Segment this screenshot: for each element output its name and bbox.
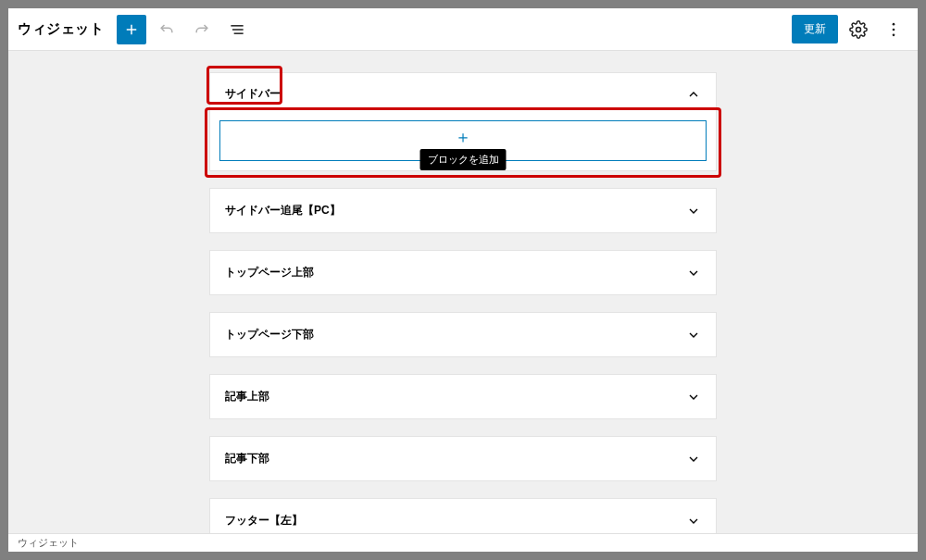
breadcrumb-bar: ウィジェット <box>8 533 918 552</box>
breadcrumb[interactable]: ウィジェット <box>18 537 79 548</box>
chevron-down-icon <box>686 328 701 342</box>
panel-title: 記事上部 <box>225 389 269 404</box>
panel-header[interactable]: 記事上部 <box>210 375 716 418</box>
add-block-button[interactable] <box>117 15 146 44</box>
add-block-tooltip: ブロックを追加 <box>420 149 507 170</box>
panel-body: ＋ ブロックを追加 <box>210 115 716 170</box>
plus-icon: ＋ <box>455 129 471 145</box>
redo-icon <box>193 20 211 39</box>
chevron-down-icon <box>686 266 701 280</box>
widget-area-panel: サイドバー追尾【PC】 <box>210 189 716 232</box>
panel-title: トップページ下部 <box>225 327 314 342</box>
widget-area-panel: トップページ下部 <box>210 313 716 356</box>
svg-point-8 <box>893 33 895 36</box>
panel-header[interactable]: サイドバー <box>210 73 716 115</box>
svg-point-5 <box>857 27 861 31</box>
widget-area-panel: フッター【左】 <box>210 499 716 533</box>
update-button[interactable]: 更新 <box>792 15 838 44</box>
list-view-button[interactable] <box>222 15 252 44</box>
redo-button[interactable] <box>187 15 217 44</box>
panel-header[interactable]: トップページ下部 <box>210 313 716 356</box>
more-options-button[interactable] <box>879 15 908 44</box>
widget-area-panel: 記事上部 <box>210 375 716 418</box>
panel-header[interactable]: サイドバー追尾【PC】 <box>210 189 716 232</box>
svg-point-7 <box>893 28 895 31</box>
header-left: ウィジェット <box>18 15 252 44</box>
panel-title: サイドバー追尾【PC】 <box>225 203 341 218</box>
widget-area-panel: 記事下部 <box>210 437 716 480</box>
panel-header[interactable]: トップページ上部 <box>210 251 716 294</box>
panel-header[interactable]: フッター【左】 <box>210 499 716 533</box>
gear-icon <box>849 20 868 39</box>
widget-area-sidebar: サイドバー ＋ ブロックを追加 <box>210 73 716 170</box>
panel-title: トップページ上部 <box>225 265 314 280</box>
chevron-down-icon <box>686 204 701 218</box>
panel-title: フッター【左】 <box>225 513 303 529</box>
page-title: ウィジェット <box>18 20 104 38</box>
svg-point-6 <box>893 22 895 25</box>
chevron-down-icon <box>686 452 701 467</box>
more-vertical-icon <box>884 20 903 39</box>
undo-icon <box>157 20 176 39</box>
panel-title: サイドバー <box>225 86 281 102</box>
chevron-up-icon <box>686 87 701 102</box>
panel-title: 記事下部 <box>225 451 269 467</box>
panel-header[interactable]: 記事下部 <box>210 437 716 480</box>
undo-button[interactable] <box>152 15 181 44</box>
list-view-icon <box>228 20 246 39</box>
add-block-appender[interactable]: ＋ ブロックを追加 <box>219 120 707 161</box>
chevron-down-icon <box>686 514 701 529</box>
plus-icon <box>123 21 140 38</box>
widget-area-panel: トップページ上部 <box>210 251 716 294</box>
content-area: サイドバー ＋ ブロックを追加 サイドバー追尾【PC】 <box>8 51 918 533</box>
chevron-down-icon <box>686 390 701 404</box>
settings-button[interactable] <box>844 15 873 44</box>
editor-header: ウィジェット 更新 <box>8 8 918 51</box>
header-right: 更新 <box>792 15 908 44</box>
